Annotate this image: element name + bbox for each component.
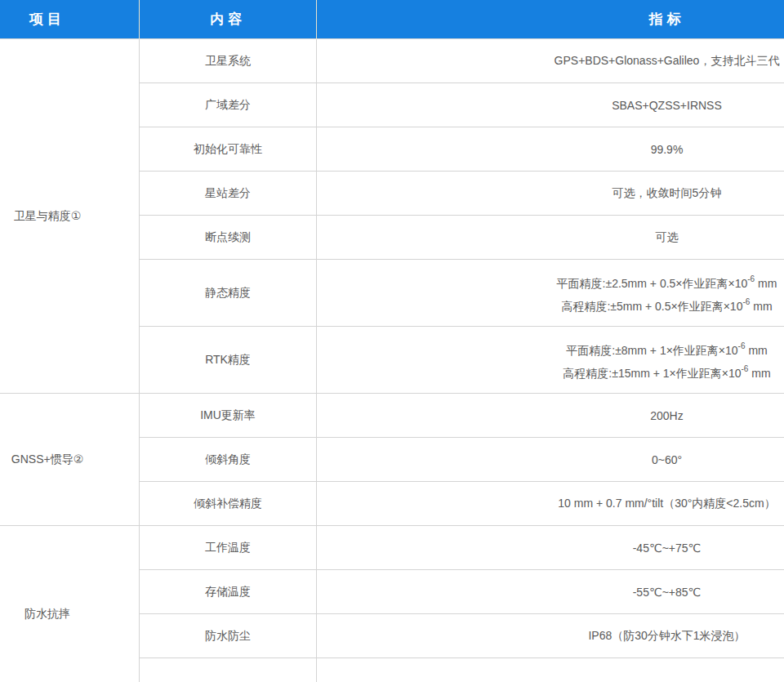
header-row: 项目 内容 指标 bbox=[0, 0, 784, 39]
value-text: 高程精度:±5mm + 0.5×作业距离×10 bbox=[561, 299, 742, 312]
value-text: mm bbox=[750, 299, 772, 312]
value-text: mm bbox=[748, 366, 770, 379]
value-text: mm bbox=[746, 344, 768, 357]
value-cell: SBAS+QZSS+IRNSS bbox=[317, 83, 784, 127]
value-cell: 可选，收敛时间5分钟 bbox=[317, 172, 784, 216]
spec-row: 卫星与精度① 卫星系统 GPS+BDS+Glonass+Galileo，支持北斗… bbox=[0, 39, 784, 83]
value-cell: 200Hz bbox=[317, 394, 784, 438]
value-text: 高程精度:±15mm + 1×作业距离×10 bbox=[563, 366, 741, 379]
content-cell: 防水防尘 bbox=[140, 614, 317, 658]
value-cell: -45℃~+75℃ bbox=[317, 526, 784, 570]
value-cell: GPS+BDS+Glonass+Galileo，支持北斗三代 bbox=[317, 39, 784, 83]
value-line: 高程精度:±15mm + 1×作业距离×10-6 mm bbox=[317, 360, 784, 383]
value-cell-multiline: 平面精度:±8mm + 1×作业距离×10-6 mm 高程精度:±15mm + … bbox=[317, 327, 784, 394]
value-cell: 99.9% bbox=[317, 127, 784, 172]
value-text: 平面精度:±2.5mm + 0.5×作业距离×10 bbox=[557, 277, 748, 290]
group-cell-waterproof: 防水抗摔 bbox=[0, 526, 140, 682]
value-cell: 10 mm + 0.7 mm/°tilt（30°内精度<2.5cm） bbox=[317, 482, 784, 526]
value-cell: 可选 bbox=[317, 216, 784, 260]
group-cell-satellite-precision: 卫星与精度① bbox=[0, 39, 140, 394]
value-line: 平面精度:±2.5mm + 0.5×作业距离×10-6 mm bbox=[317, 270, 784, 293]
column-header-item: 项目 bbox=[0, 0, 140, 39]
value-line: 高程精度:±5mm + 0.5×作业距离×10-6 mm bbox=[317, 293, 784, 316]
value-cell: 0~60° bbox=[317, 438, 784, 482]
product-spec-table: 项目 内容 指标 卫星与精度① 卫星系统 GPS+BDS+Glonass+Gal… bbox=[0, 0, 784, 682]
value-cell bbox=[317, 658, 784, 682]
value-cell: IP68（防30分钟水下1米浸泡） bbox=[317, 614, 784, 658]
content-cell: IMU更新率 bbox=[140, 394, 317, 438]
content-cell: 初始化可靠性 bbox=[140, 127, 317, 172]
value-text: 平面精度:±8mm + 1×作业距离×10 bbox=[566, 344, 737, 357]
spec-row: 防水抗摔 工作温度 -45℃~+75℃ bbox=[0, 526, 784, 570]
value-line: 平面精度:±8mm + 1×作业距离×10-6 mm bbox=[317, 337, 784, 360]
spec-row: GNSS+惯导② IMU更新率 200Hz bbox=[0, 394, 784, 438]
content-cell: 星站差分 bbox=[140, 172, 317, 216]
value-text: mm bbox=[755, 277, 777, 290]
content-cell: 静态精度 bbox=[140, 260, 317, 327]
content-cell: 倾斜补偿精度 bbox=[140, 482, 317, 526]
exponent: -6 bbox=[738, 341, 746, 350]
content-cell: 倾斜角度 bbox=[140, 438, 317, 482]
content-cell: 存储温度 bbox=[140, 570, 317, 614]
spec-table-viewport: 项目 内容 指标 卫星与精度① 卫星系统 GPS+BDS+Glonass+Gal… bbox=[0, 0, 784, 682]
content-cell: RTK精度 bbox=[140, 327, 317, 394]
value-cell: -55℃~+85℃ bbox=[317, 570, 784, 614]
group-cell-gnss-ins: GNSS+惯导② bbox=[0, 394, 140, 526]
exponent: -6 bbox=[742, 297, 750, 306]
value-cell-multiline: 平面精度:±2.5mm + 0.5×作业距离×10-6 mm 高程精度:±5mm… bbox=[317, 260, 784, 327]
content-cell: 断点续测 bbox=[140, 216, 317, 260]
content-cell bbox=[140, 658, 317, 682]
exponent: -6 bbox=[742, 364, 749, 373]
content-cell: 工作温度 bbox=[140, 526, 317, 570]
column-header-indicator: 指标 bbox=[317, 0, 784, 39]
content-cell: 广域差分 bbox=[140, 83, 317, 127]
content-cell: 卫星系统 bbox=[140, 39, 317, 83]
column-header-content: 内容 bbox=[140, 0, 317, 39]
exponent: -6 bbox=[747, 274, 755, 283]
